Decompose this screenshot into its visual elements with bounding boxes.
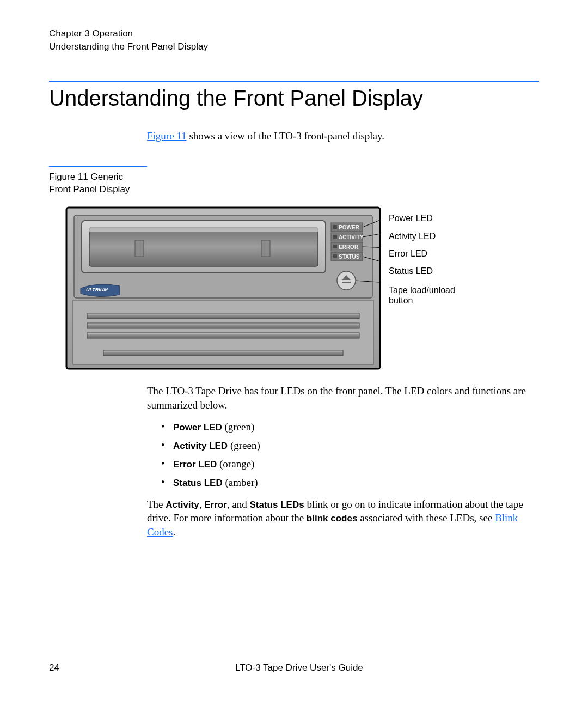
svg-rect-31	[87, 333, 359, 338]
svg-rect-30	[87, 323, 359, 328]
body-p2: The Activity, Error, and Status LEDs bli…	[147, 497, 539, 540]
svg-rect-32	[103, 350, 343, 356]
svg-point-23	[337, 271, 356, 290]
svg-text:POWER: POWER	[339, 224, 360, 230]
label-error-led: Error LED	[389, 248, 476, 259]
body-text: The LTO-3 Tape Drive has four LEDs on th…	[147, 384, 539, 539]
svg-rect-20	[333, 254, 337, 258]
page-title: Understanding the Front Panel Display	[49, 86, 539, 111]
page-footer: 24 LTO-3 Tape Drive User's Guide	[49, 662, 539, 673]
label-eject-button: Tape load/unload button	[389, 285, 476, 306]
label-power-led: Power LED	[389, 213, 476, 223]
svg-rect-29	[87, 313, 359, 319]
svg-rect-6	[89, 227, 318, 232]
front-panel-illustration: POWER ACTIVITY ERROR STATUS ULTRIUM	[65, 206, 381, 370]
label-status-led: Status LED	[389, 266, 476, 276]
list-item: Status LED (amber)	[161, 476, 539, 490]
svg-rect-5	[261, 240, 270, 257]
svg-rect-3	[89, 227, 318, 266]
figure-row: POWER ACTIVITY ERROR STATUS ULTRIUM	[65, 206, 539, 370]
chapter-label: Chapter 3 Operation	[49, 27, 539, 40]
led-list: Power LED (green) Activity LED (green) E…	[161, 420, 539, 490]
svg-text:ACTIVITY: ACTIVITY	[339, 234, 364, 240]
callout-labels: Power LED Activity LED Error LED Status …	[389, 206, 476, 313]
page-number: 24	[49, 662, 59, 673]
list-item: Error LED (orange)	[161, 457, 539, 471]
svg-rect-16	[333, 245, 337, 248]
svg-rect-25	[342, 282, 351, 283]
svg-rect-12	[333, 235, 337, 239]
svg-rect-8	[333, 225, 337, 229]
figure-ref-link[interactable]: Figure 11	[147, 130, 187, 142]
ultrium-logo: ULTRIUM	[81, 284, 120, 297]
intro-text: shows a view of the LTO-3 front-panel di…	[187, 130, 384, 142]
footer-title: LTO-3 Tape Drive User's Guide	[49, 662, 539, 673]
list-item: Power LED (green)	[161, 420, 539, 434]
page-header: Chapter 3 Operation Understanding the Fr…	[49, 27, 539, 53]
list-item: Activity LED (green)	[161, 439, 539, 453]
title-rule	[49, 81, 539, 82]
intro-paragraph: Figure 11 shows a view of the LTO-3 fron…	[147, 130, 539, 142]
figure-caption: Figure 11 Generic Front Panel Display	[49, 166, 147, 196]
section-label: Understanding the Front Panel Display	[49, 40, 539, 53]
svg-text:ERROR: ERROR	[339, 244, 359, 250]
svg-text:STATUS: STATUS	[339, 254, 360, 260]
svg-rect-4	[135, 240, 144, 257]
svg-text:ULTRIUM: ULTRIUM	[86, 287, 108, 293]
body-p1: The LTO-3 Tape Drive has four LEDs on th…	[147, 384, 539, 412]
label-activity-led: Activity LED	[389, 231, 476, 241]
